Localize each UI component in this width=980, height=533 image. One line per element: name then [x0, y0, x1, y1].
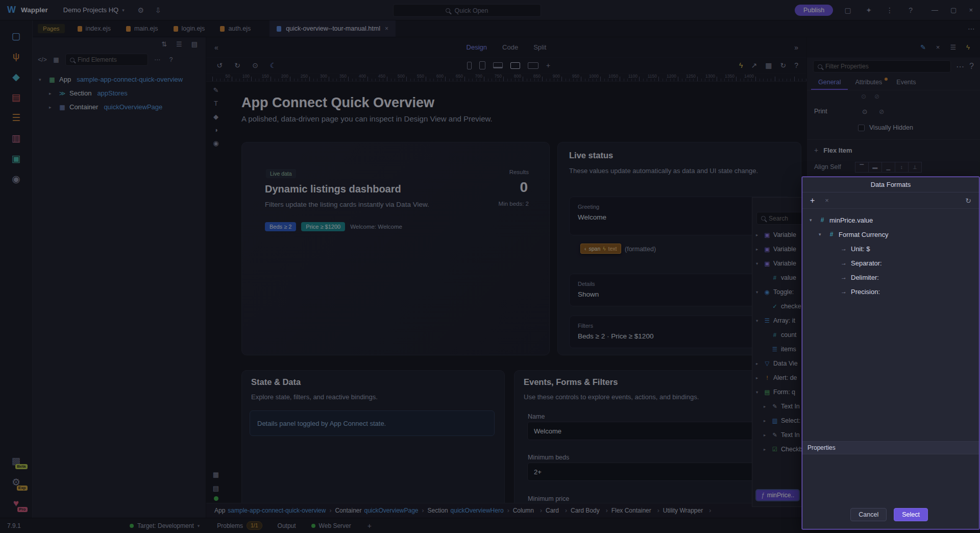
format-type-icon: →	[840, 259, 847, 266]
format-tree-node[interactable]: → Unit: $	[802, 241, 979, 256]
format-tree-node[interactable]: → Delimiter:	[802, 270, 979, 284]
dialog-title: Data Formats	[802, 177, 979, 192]
format-type-icon: →	[840, 245, 847, 252]
format-tree-node[interactable]: ▾ # minPrice.value	[802, 213, 979, 227]
format-type-icon: →	[840, 288, 847, 295]
formats-tree: ▾ # minPrice.value ▾ # Format Currency →…	[802, 209, 979, 303]
format-tree-node[interactable]: ▾ # Format Currency	[802, 227, 979, 241]
expand-arrow-icon[interactable]: ▾	[819, 232, 824, 237]
data-formats-dialog: Data Formats + × ↻ ▾ # minPrice.value ▾ …	[802, 177, 979, 529]
format-tree-node[interactable]: → Separator:	[802, 256, 979, 270]
format-properties-header: Properties	[802, 441, 979, 454]
formats-toolbar: + × ↻	[802, 192, 979, 209]
format-tree-node[interactable]: → Precision:	[802, 284, 979, 299]
wappler-window: W Wappler Demo Projects HQ ▾ ⚙ ⇩ Quick O…	[0, 0, 980, 533]
format-type-icon: #	[819, 216, 826, 224]
format-type-icon: →	[840, 274, 847, 281]
refresh-icon[interactable]: ↻	[965, 197, 971, 205]
remove-format-icon[interactable]: ×	[825, 197, 829, 204]
cancel-button[interactable]: Cancel	[850, 508, 887, 521]
dialog-footer: Cancel Select	[802, 505, 979, 529]
add-format-icon[interactable]: +	[810, 196, 815, 205]
expand-arrow-icon[interactable]: ▾	[810, 217, 815, 223]
format-type-icon: #	[828, 231, 835, 238]
formats-empty-space	[802, 303, 979, 441]
format-properties-area	[802, 454, 979, 505]
select-button[interactable]: Select	[894, 508, 928, 521]
